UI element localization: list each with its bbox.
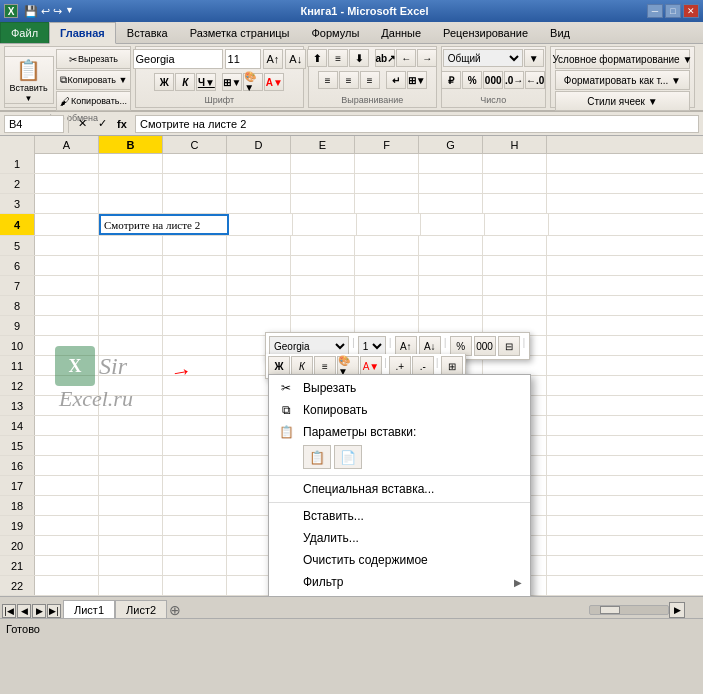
increase-decimal-btn[interactable]: .0→ — [504, 71, 524, 89]
mini-fill-btn[interactable]: 🎨▼ — [337, 356, 359, 376]
mini-italic-btn[interactable]: К — [291, 356, 313, 376]
cell-e4[interactable] — [357, 214, 421, 235]
mini-borders-btn[interactable]: ⊞ — [441, 356, 463, 376]
decrease-decimal-btn[interactable]: ←.0 — [525, 71, 545, 89]
bottom-align-btn[interactable]: ⬇ — [349, 49, 369, 67]
tab-insert[interactable]: Вставка — [116, 22, 179, 43]
sheet-prev-btn[interactable]: ◀ — [17, 604, 31, 618]
percent-btn[interactable]: % — [462, 71, 482, 89]
cell-f2[interactable] — [355, 174, 419, 193]
formula-input[interactable] — [135, 115, 699, 133]
currency-btn[interactable]: ₽ — [441, 71, 461, 89]
sheet-tab-1[interactable]: Лист1 — [63, 600, 115, 618]
cell-g1[interactable] — [419, 154, 483, 173]
copy-button[interactable]: ⧉ Копировать ▼ — [56, 70, 132, 90]
font-size-input[interactable] — [225, 49, 261, 69]
cell-ref-input[interactable] — [4, 115, 64, 133]
ctx-special-paste[interactable]: Специальная вставка... — [269, 478, 530, 500]
cell-e2[interactable] — [291, 174, 355, 193]
wrap-text-btn[interactable]: ↵ — [386, 71, 406, 89]
col-header-g[interactable]: G — [419, 136, 483, 153]
text-dir-btn[interactable]: ab↗ — [375, 49, 395, 67]
cell-e3[interactable] — [291, 194, 355, 213]
tab-file[interactable]: Файл — [0, 22, 49, 43]
cell-b4[interactable]: Смотрите на листе 2 — [99, 214, 229, 235]
ctx-paste-options[interactable]: 📋 Параметры вставки: — [269, 421, 530, 443]
row-header-3[interactable]: 3 — [0, 194, 35, 213]
formula-cancel-icon[interactable]: ✕ — [73, 115, 91, 133]
col-header-c[interactable]: C — [163, 136, 227, 153]
bold-button[interactable]: Ж — [154, 73, 174, 91]
row-header-4[interactable]: 4 — [0, 214, 35, 235]
top-align-btn[interactable]: ⬆ — [307, 49, 327, 67]
qa-save[interactable]: 💾 — [24, 5, 38, 18]
cell-d4[interactable] — [293, 214, 357, 235]
border-button[interactable]: ⊞▼ — [222, 73, 242, 91]
formula-insert-fn-icon[interactable]: fx — [113, 115, 131, 133]
cell-f4[interactable] — [421, 214, 485, 235]
mini-color-btn[interactable]: A▼ — [360, 356, 382, 376]
indent-increase-btn[interactable]: → — [417, 49, 437, 67]
left-align-btn[interactable]: ≡ — [318, 71, 338, 89]
scroll-right-btn[interactable]: ▶ — [669, 602, 685, 618]
cell-f1[interactable] — [355, 154, 419, 173]
tab-home[interactable]: Главная — [49, 22, 116, 44]
cell-c3[interactable] — [163, 194, 227, 213]
ctx-filter[interactable]: Фильтр ▶ — [269, 571, 530, 593]
qa-undo[interactable]: ↩ — [41, 5, 50, 18]
right-align-btn[interactable]: ≡ — [360, 71, 380, 89]
row-header-2[interactable]: 2 — [0, 174, 35, 193]
tab-review[interactable]: Рецензирование — [432, 22, 539, 43]
add-sheet-btn[interactable]: ⊕ — [167, 602, 183, 618]
number-format-btn[interactable]: ▼ — [524, 49, 544, 67]
cell-b1[interactable] — [99, 154, 163, 173]
mini-font-down-btn[interactable]: A↓ — [419, 336, 441, 356]
mini-font-select[interactable]: Georgia — [269, 336, 349, 356]
qa-redo[interactable]: ↪ — [53, 5, 62, 18]
cell-d2[interactable] — [227, 174, 291, 193]
ctx-insert[interactable]: Вставить... — [269, 505, 530, 527]
italic-button[interactable]: К — [175, 73, 195, 91]
cell-h3[interactable] — [483, 194, 547, 213]
cell-a4[interactable] — [35, 214, 99, 235]
close-button[interactable]: ✕ — [683, 4, 699, 18]
cell-c2[interactable] — [163, 174, 227, 193]
tab-data[interactable]: Данные — [370, 22, 432, 43]
minimize-button[interactable]: ─ — [647, 4, 663, 18]
col-header-e[interactable]: E — [291, 136, 355, 153]
cell-styles-btn[interactable]: Стили ячеек ▼ — [555, 91, 690, 111]
fill-color-button[interactable]: 🎨▼ — [243, 73, 263, 91]
mini-bold-btn[interactable]: Ж — [268, 356, 290, 376]
sheet-next-btn[interactable]: ▶ — [32, 604, 46, 618]
paste-button[interactable]: 📋 Вставить ▼ — [4, 56, 54, 104]
ctx-sort[interactable]: Сортировка ▶ — [269, 593, 530, 596]
underline-button[interactable]: Ч▼ — [196, 73, 216, 91]
col-header-f[interactable]: F — [355, 136, 419, 153]
number-format-select[interactable]: Общий — [443, 49, 523, 67]
row-header-1[interactable]: 1 — [0, 154, 35, 173]
cell-g3[interactable] — [419, 194, 483, 213]
cell-c4[interactable] — [229, 214, 293, 235]
mini-inc-decimal-btn[interactable]: .+ — [389, 356, 411, 376]
cell-a1[interactable] — [35, 154, 99, 173]
cell-c1[interactable] — [163, 154, 227, 173]
cell-b3[interactable] — [99, 194, 163, 213]
merge-btn[interactable]: ⊞▼ — [407, 71, 427, 89]
tab-view[interactable]: Вид — [539, 22, 581, 43]
mini-size-select[interactable]: 11 — [358, 336, 386, 356]
cell-d1[interactable] — [227, 154, 291, 173]
qa-dropdown[interactable]: ▼ — [65, 5, 74, 18]
formula-confirm-icon[interactable]: ✓ — [93, 115, 111, 133]
cell-h2[interactable] — [483, 174, 547, 193]
increase-font-btn[interactable]: A↑ — [263, 49, 284, 69]
sheet-tab-2[interactable]: Лист2 — [115, 600, 167, 618]
ctx-clear[interactable]: Очистить содержимое — [269, 549, 530, 571]
mini-dec-decimal-btn[interactable]: .- — [412, 356, 434, 376]
col-header-b[interactable]: B — [99, 136, 163, 153]
horizontal-scrollbar[interactable]: ▶ — [183, 602, 703, 618]
indent-decrease-btn[interactable]: ← — [396, 49, 416, 67]
sheet-first-btn[interactable]: |◀ — [2, 604, 16, 618]
cell-a3[interactable] — [35, 194, 99, 213]
center-btn[interactable]: ≡ — [339, 71, 359, 89]
cut-button[interactable]: ✂ Вырезать — [56, 49, 132, 69]
